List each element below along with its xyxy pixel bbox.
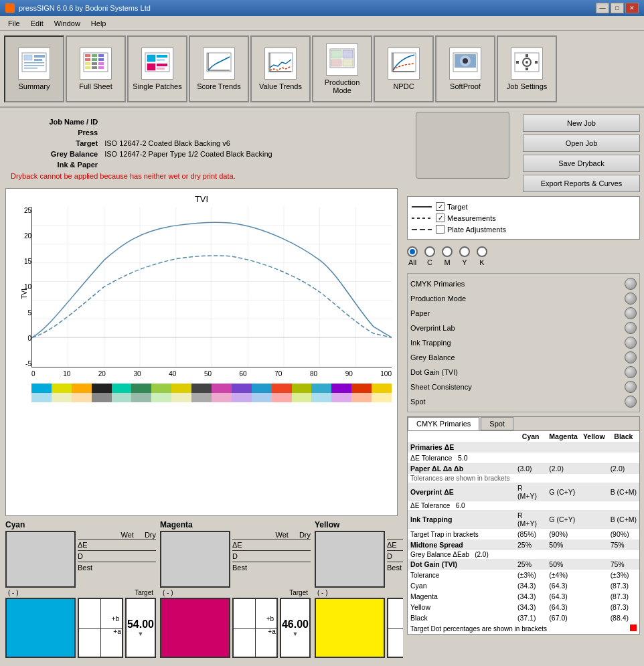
svg-rect-12 <box>92 58 97 61</box>
svg-rect-8 <box>85 54 90 57</box>
production-mode-label: Production Mode <box>316 78 368 94</box>
plate-checkbox[interactable] <box>436 225 445 234</box>
status-dot-gain: Dot Gain (TVI) <box>410 365 637 380</box>
legend-target-label[interactable]: Target <box>436 202 468 211</box>
dryback-message: Dryback cannot be applied because has ne… <box>8 171 395 181</box>
radio-all-circle[interactable] <box>407 246 418 257</box>
dotgain-50: 50% <box>546 559 580 570</box>
svg-point-47 <box>526 61 528 64</box>
toolbar-softproof[interactable]: SoftProof <box>435 35 495 102</box>
radio-k-circle[interactable] <box>477 246 487 257</box>
production-mode-dot <box>625 293 637 305</box>
radio-k[interactable]: K <box>477 246 487 266</box>
dot-gain-dot <box>625 366 637 378</box>
table-row: Yellow (34.3) (64.3) (87.3) <box>408 602 639 612</box>
save-dryback-button[interactable]: Save Dryback <box>523 155 640 172</box>
radio-c[interactable]: C <box>424 246 435 266</box>
toolbar-summary[interactable]: Summary <box>4 35 64 102</box>
menu-window[interactable]: Window <box>49 18 86 29</box>
softproof-icon <box>449 48 481 80</box>
ink-trapping-header: Ink Trapping <box>408 510 515 529</box>
magenta-dg-label: Magenta <box>408 591 515 602</box>
close-button[interactable]: ✕ <box>625 3 639 13</box>
legend-plate-label[interactable]: Plate Adjustments <box>436 225 506 234</box>
yellow-label: Yellow <box>315 520 403 529</box>
status-sheet-consistency: Sheet Consistency <box>410 380 637 394</box>
x-60: 60 <box>240 370 247 378</box>
x-10: 10 <box>63 370 70 378</box>
maximize-button[interactable]: □ <box>611 3 624 13</box>
svg-rect-13 <box>98 58 104 61</box>
svg-point-44 <box>463 58 468 64</box>
app-title: pressSIGN 6.0.6 by Bodoni Systems Ltd <box>19 4 151 12</box>
menu-edit[interactable]: Edit <box>25 18 49 29</box>
toolbar-score-trends[interactable]: Score Trends <box>189 35 249 102</box>
yellow-dg-75: (87.3) <box>608 602 639 612</box>
x-70: 70 <box>274 370 282 378</box>
table-row: Overprint ΔE R (M+Y) G (C+Y) B (C+M) <box>408 483 639 501</box>
menu-file[interactable]: File <box>3 18 25 29</box>
midtone-50: 50% <box>546 539 580 550</box>
full-sheet-label: Full Sheet <box>79 82 112 90</box>
toolbar-npdc[interactable]: NPDC <box>374 35 434 102</box>
toolbar: Summary Full Sheet <box>0 31 644 108</box>
press-label: Press <box>9 128 100 137</box>
menu-help[interactable]: Help <box>86 18 112 29</box>
radio-y-circle[interactable] <box>459 246 470 257</box>
table-row: Tolerances are shown in brackets <box>408 474 639 483</box>
paper-cyan: (3.0) <box>515 463 546 474</box>
job-settings-label: Job Settings <box>507 82 548 90</box>
radio-all[interactable]: All <box>407 246 418 266</box>
legend-measurements-label[interactable]: Measurements <box>436 214 496 222</box>
minimize-button[interactable]: — <box>596 3 609 13</box>
radio-m[interactable]: M <box>442 246 453 266</box>
toolbar-production-mode[interactable]: Production Mode <box>312 35 372 102</box>
target-checkbox[interactable] <box>436 202 445 211</box>
dry-header-magenta: Dry <box>299 531 311 539</box>
toolbar-job-settings[interactable]: Job Settings <box>497 35 557 102</box>
export-reports-button[interactable]: Export Reports & Curves <box>523 175 640 192</box>
col-header-cyan: Cyan <box>515 431 546 442</box>
svg-rect-34 <box>331 50 341 58</box>
table-row: ΔE Tolerance 5.0 <box>408 452 639 463</box>
tab-cmyk-primaries[interactable]: CMYK Primaries <box>408 417 479 430</box>
cyan-indicator: ▼ <box>138 631 144 637</box>
svg-rect-22 <box>157 55 167 58</box>
y-axis-15: 15 <box>24 258 31 265</box>
svg-rect-15 <box>92 62 97 65</box>
svg-rect-11 <box>85 58 90 61</box>
toolbar-value-trends[interactable]: Value Trends <box>250 35 311 102</box>
table-row: Black (37.1) (67.0) (88.4) <box>408 612 639 623</box>
yellow-dg-25: (34.3) <box>515 602 546 612</box>
summary-label: Summary <box>18 82 50 90</box>
magenta-minus: ( - ) <box>163 589 173 596</box>
overprint-lab-label: Overprint Lab <box>410 324 455 332</box>
yellow-minus: ( - ) <box>317 589 328 596</box>
col-header-black: Black <box>608 431 639 442</box>
overprint-y <box>580 483 608 501</box>
measurements-checkbox[interactable] <box>436 214 445 222</box>
svg-rect-35 <box>343 50 353 58</box>
status-panel: CMYK Primaries Production Mode Paper Ove… <box>407 273 640 412</box>
trapping-b: B (C+M) <box>608 510 639 529</box>
paper-header: Paper ΔL Δa Δb <box>408 463 515 474</box>
radio-y[interactable]: Y <box>459 246 470 266</box>
trapping-g-val: (90%) <box>546 529 580 539</box>
magenta-dg-75: (87.3) <box>608 591 639 602</box>
toolbar-full-sheet[interactable]: Full Sheet <box>66 35 126 102</box>
open-job-button[interactable]: Open Job <box>523 135 640 152</box>
production-mode-status-label: Production Mode <box>410 295 466 303</box>
ink-trapping-label: Ink Trapping <box>410 339 451 347</box>
toolbar-single-patches[interactable]: Single Patches <box>127 35 187 102</box>
svg-rect-1 <box>24 55 32 60</box>
radio-m-label: M <box>444 258 450 266</box>
black-dg-label: Black <box>408 612 515 623</box>
svg-rect-50 <box>516 61 519 64</box>
tab-spot[interactable]: Spot <box>481 417 513 430</box>
radio-c-circle[interactable] <box>424 246 435 257</box>
radio-m-circle[interactable] <box>442 246 453 257</box>
svg-rect-5 <box>24 65 44 66</box>
magenta-dg-50: (64.3) <box>546 591 580 602</box>
svg-rect-51 <box>535 61 538 64</box>
new-job-button[interactable]: New Job <box>523 114 640 132</box>
